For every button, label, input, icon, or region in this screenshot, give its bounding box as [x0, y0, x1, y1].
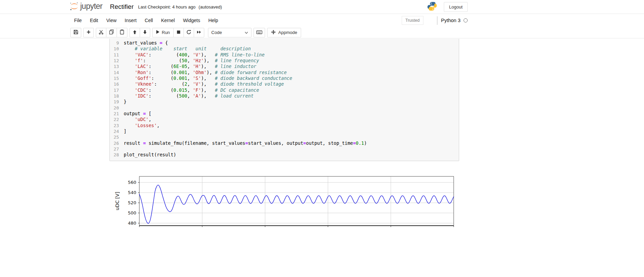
kernel-idle-icon — [464, 18, 468, 22]
code-line — [124, 134, 459, 140]
code-line: 'f': (50, 'Hz'), # line frequency — [124, 58, 459, 64]
run-label: Run — [162, 30, 170, 35]
code-line: 'uDC', — [124, 117, 459, 122]
line-number: 24 — [110, 128, 119, 134]
line-number: 14 — [110, 70, 119, 75]
line-number: 22 — [110, 117, 119, 122]
arrows-expand-icon — [271, 30, 276, 36]
menu-item-insert[interactable]: Insert — [121, 15, 141, 26]
menu-item-help[interactable]: Help — [204, 15, 222, 26]
cell-type-dropdown[interactable]: Code — [208, 28, 251, 37]
code-editor[interactable]: 910111213141516171819202122232425262728 … — [109, 39, 459, 161]
restart-kernel-button[interactable] — [184, 28, 194, 37]
refresh-icon — [186, 30, 191, 36]
appmode-label: Appmode — [278, 30, 297, 35]
svg-text:500: 500 — [128, 210, 136, 215]
menubar: File Edit View Insert Cell Kernel Widget… — [0, 14, 644, 27]
menu-item-edit[interactable]: Edit — [86, 15, 102, 26]
arrow-up-icon — [132, 30, 137, 36]
code-line: 'LAC': (6E-05, 'H'), # line inductor — [124, 64, 459, 69]
cell-type-selected: Code — [211, 30, 222, 35]
copy-cell-button[interactable] — [106, 28, 117, 37]
line-number: 12 — [110, 58, 119, 64]
line-number: 23 — [110, 123, 119, 128]
command-palette-button[interactable] — [254, 28, 265, 37]
line-number: 17 — [110, 87, 119, 93]
svg-text:480: 480 — [128, 221, 136, 226]
udc-plot: 480500520540560uDC [V] — [112, 172, 462, 231]
code-line: 'Ron': (0.001, 'Ohm'), # diode forward r… — [124, 70, 459, 75]
code-line: result = simulate_fmu(filename, start_va… — [124, 140, 459, 146]
code-line: } — [124, 99, 459, 105]
appmode-button[interactable]: Appmode — [267, 28, 301, 37]
move-cell-up-button[interactable] — [129, 28, 140, 37]
python-logo-icon — [427, 1, 437, 13]
svg-text:uDC [V]: uDC [V] — [115, 192, 120, 210]
cell-output: 480500520540560uDC [V] — [112, 172, 459, 231]
menu-item-cell[interactable]: Cell — [141, 15, 157, 26]
jupyter-logo-text: jupyter — [80, 2, 103, 11]
notebook-title[interactable]: Rectifier — [110, 3, 134, 11]
menu-item-widgets[interactable]: Widgets — [179, 15, 204, 26]
autosave-status: (autosaved) — [198, 4, 222, 10]
paste-cell-button[interactable] — [117, 28, 127, 37]
interrupt-kernel-button[interactable] — [173, 28, 184, 37]
chevron-down-icon — [245, 30, 248, 35]
logout-button[interactable]: Logout — [444, 2, 468, 12]
line-number: 28 — [110, 152, 119, 158]
code-line: ] — [124, 128, 459, 134]
line-number: 20 — [110, 105, 119, 111]
toolbar: Run Code Appmode — [0, 27, 644, 38]
plus-icon — [86, 30, 91, 36]
arrow-down-icon — [142, 30, 147, 36]
code-line: 'Losses', — [124, 123, 459, 128]
menu-item-view[interactable]: View — [102, 15, 121, 26]
play-icon — [156, 30, 160, 35]
save-button[interactable] — [70, 28, 81, 37]
menu-item-kernel[interactable]: Kernel — [157, 15, 179, 26]
svg-text:520: 520 — [128, 200, 136, 205]
svg-text:560: 560 — [128, 180, 136, 185]
code-line: 'Goff': (0.001, 'S'), # diode backward c… — [124, 75, 459, 81]
line-number-gutter: 910111213141516171819202122232425262728 — [110, 40, 120, 158]
save-icon — [73, 29, 79, 36]
trusted-badge[interactable]: Trusted — [402, 16, 423, 25]
kernel-separator — [437, 16, 437, 25]
code-line: 'CDC': (0.015, 'F'), # DC capacitance — [124, 87, 459, 93]
menu-item-file[interactable]: File — [70, 15, 86, 26]
jupyter-logo-icon — [70, 2, 79, 12]
line-number: 19 — [110, 99, 119, 105]
line-number: 16 — [110, 81, 119, 87]
scissors-icon — [99, 30, 104, 36]
code-lines: start_values = { # variable start unit d… — [120, 40, 459, 158]
code-line: plot_result(result) — [124, 152, 459, 158]
kernel-name: Python 3 — [441, 18, 460, 23]
code-line: start_values = { — [124, 40, 459, 46]
paste-icon — [119, 29, 125, 36]
code-line: 'IDC': (500, 'A'), # load current — [124, 93, 459, 99]
line-number: 13 — [110, 64, 119, 69]
code-cell[interactable]: 910111213141516171819202122232425262728 … — [109, 39, 459, 231]
line-number: 18 — [110, 93, 119, 99]
restart-run-all-button[interactable] — [194, 28, 204, 37]
notebook-area: 910111213141516171819202122232425262728 … — [0, 38, 644, 231]
code-line: # variable start unit description — [124, 46, 459, 52]
line-number: 10 — [110, 46, 119, 52]
jupyter-logo[interactable]: jupyter — [70, 2, 103, 12]
code-line — [124, 146, 459, 152]
code-line — [124, 105, 459, 111]
line-number: 9 — [110, 40, 119, 46]
keyboard-icon — [256, 30, 262, 36]
code-line: 'Vknee': (2, 'V'), # diode threshold vol… — [124, 81, 459, 87]
move-cell-down-button[interactable] — [140, 28, 150, 37]
cut-cell-button[interactable] — [96, 28, 106, 37]
line-number: 25 — [110, 134, 119, 140]
code-line: output = [ — [124, 111, 459, 117]
checkpoint-status: Last Checkpoint: 4 hours ago — [138, 4, 195, 10]
line-number: 11 — [110, 52, 119, 58]
line-number: 26 — [110, 140, 119, 146]
line-number: 27 — [110, 146, 119, 152]
fast-forward-icon — [196, 30, 202, 36]
add-cell-button[interactable] — [83, 28, 94, 37]
run-button[interactable]: Run — [152, 28, 174, 37]
